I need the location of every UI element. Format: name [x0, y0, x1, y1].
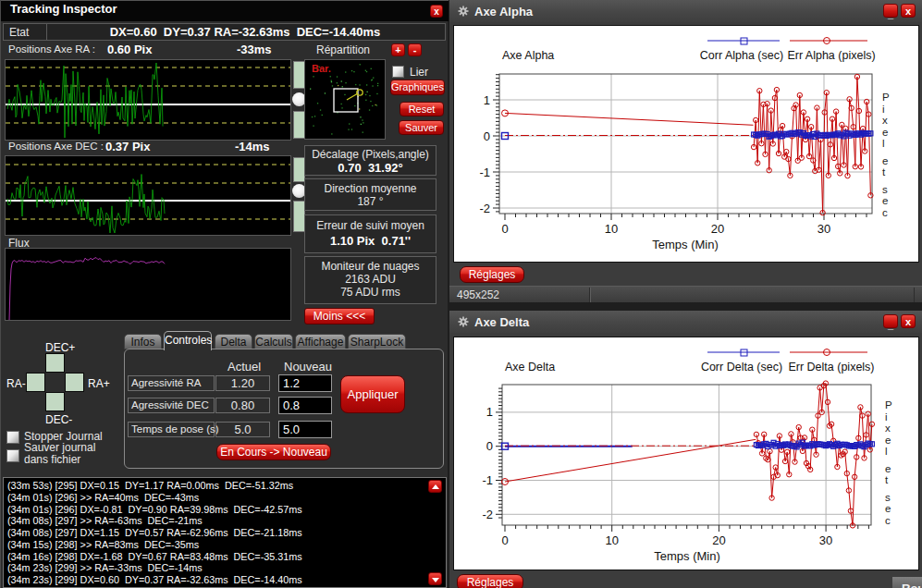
svg-text:e: e	[885, 463, 891, 474]
svg-text:-2: -2	[479, 202, 490, 215]
svg-text:t: t	[885, 474, 889, 485]
svg-text:x: x	[885, 423, 891, 434]
svg-text:x: x	[882, 115, 888, 126]
svg-text:-2: -2	[482, 508, 493, 521]
svg-text:l: l	[885, 446, 888, 457]
svg-text:i: i	[882, 104, 885, 115]
svg-text:e: e	[882, 155, 888, 166]
svg-text:Err Delta (pixels): Err Delta (pixels)	[788, 361, 874, 374]
svg-text:l: l	[882, 138, 885, 149]
svg-text:0: 0	[501, 533, 508, 547]
svg-text:Temps (Min): Temps (Min)	[652, 238, 719, 251]
svg-text:e: e	[882, 127, 888, 138]
svg-text:10: 10	[605, 533, 618, 547]
svg-text:P: P	[882, 92, 890, 103]
svg-text:30: 30	[819, 533, 832, 547]
svg-text:P: P	[885, 399, 892, 410]
svg-text:-1: -1	[479, 165, 490, 179]
svg-text:e: e	[885, 503, 891, 514]
svg-text:s: s	[885, 492, 891, 503]
svg-text:Axe Alpha: Axe Alpha	[502, 49, 554, 62]
svg-text:Corr Delta (sec): Corr Delta (sec)	[701, 361, 782, 374]
svg-text:Err Alpha (pixels): Err Alpha (pixels)	[787, 49, 875, 62]
svg-text:e: e	[882, 195, 888, 206]
svg-text:t: t	[882, 166, 886, 178]
svg-text:-1: -1	[482, 473, 493, 487]
svg-text:0: 0	[501, 222, 508, 236]
svg-text:10: 10	[605, 222, 618, 236]
svg-text:30: 30	[818, 222, 830, 236]
svg-text:Temps (Min): Temps (Min)	[654, 549, 720, 563]
svg-text:20: 20	[712, 533, 725, 547]
svg-text:0: 0	[486, 439, 493, 453]
svg-text:i: i	[885, 411, 888, 423]
svg-text:1: 1	[486, 405, 493, 419]
svg-text:Corr Alpha (sec): Corr Alpha (sec)	[700, 49, 783, 62]
svg-text:20: 20	[711, 222, 724, 236]
svg-text:s: s	[882, 184, 888, 195]
svg-text:Axe Delta: Axe Delta	[505, 361, 555, 374]
svg-text:c: c	[882, 207, 888, 218]
svg-text:1: 1	[484, 93, 490, 107]
svg-text:c: c	[885, 515, 891, 526]
svg-text:e: e	[885, 435, 891, 446]
svg-text:0: 0	[484, 129, 490, 143]
